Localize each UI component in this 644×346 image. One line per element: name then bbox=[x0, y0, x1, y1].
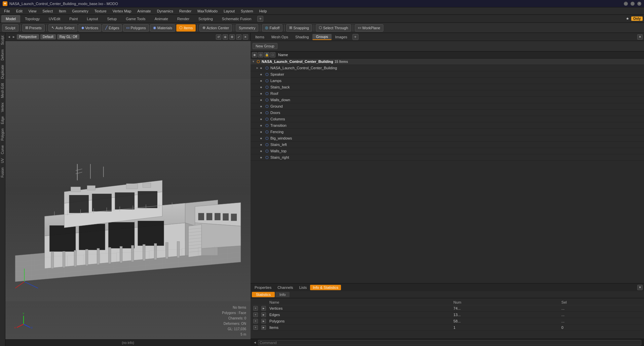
expand2-items[interactable]: ► bbox=[261, 325, 266, 330]
tree-item-13[interactable]: ● ⬡ Walls_top bbox=[251, 148, 644, 154]
expand-vertices[interactable]: + bbox=[253, 306, 258, 311]
symmetry-button[interactable]: Symmetry bbox=[236, 24, 259, 32]
presets-button[interactable]: ⊞ Presets bbox=[22, 24, 45, 32]
tab-paint[interactable]: Paint bbox=[65, 15, 82, 23]
tab-animate[interactable]: Animate bbox=[150, 15, 173, 23]
tree-group-root[interactable]: ▼ ⬡ NASA_Launch_Control_Center_Building … bbox=[251, 59, 644, 65]
tree-icon-sel[interactable]: □ bbox=[270, 52, 275, 57]
tab-game-tools[interactable]: Game Tools bbox=[121, 15, 150, 23]
menu-item-view[interactable]: View bbox=[26, 8, 39, 14]
minimize-button[interactable]: — bbox=[624, 2, 628, 6]
tree-item-9[interactable]: ● ⬡ Transition bbox=[251, 122, 644, 129]
sidebar-tab-polygon[interactable]: Polygon bbox=[0, 126, 5, 143]
tree-item-8[interactable]: ● ⬡ Columns bbox=[251, 116, 644, 122]
tree-icon-cam[interactable]: ◉ bbox=[252, 52, 257, 57]
stats-row-vertices[interactable]: + ► Vertices 74... ... bbox=[252, 305, 643, 312]
tab-layout[interactable]: Layout bbox=[82, 15, 102, 23]
close-button[interactable]: ✕ bbox=[637, 2, 641, 6]
menu-item-geometry[interactable]: Geometry bbox=[69, 8, 91, 14]
tree-item-2[interactable]: ● ⬡ Lamps bbox=[251, 78, 644, 84]
stats-row-edges[interactable]: + ► Edges 13... ... bbox=[252, 312, 643, 318]
menu-item-maxtomodo[interactable]: MaxToModo bbox=[195, 8, 220, 14]
tree-item-5[interactable]: ● ⬡ Walls_down bbox=[251, 97, 644, 103]
tab-schematic-fusion[interactable]: Schematic Fusion bbox=[218, 15, 256, 23]
auto-select-button[interactable]: ↖ Auto Select bbox=[48, 24, 77, 32]
tab-model[interactable]: Model bbox=[1, 15, 20, 23]
tree-icon-lock[interactable]: 🔒 bbox=[264, 52, 269, 57]
polygons-button[interactable]: ▭ Polygons bbox=[123, 24, 149, 32]
viewport-next-btn[interactable]: ► bbox=[12, 35, 15, 39]
tab-images[interactable]: Images bbox=[332, 34, 351, 40]
tab-groups[interactable]: Groups bbox=[312, 34, 331, 40]
tree-item-10[interactable]: ● ⬡ Fencing bbox=[251, 129, 644, 135]
menu-item-help[interactable]: Help bbox=[257, 8, 270, 14]
only-badge[interactable]: Only bbox=[631, 16, 643, 21]
viewport-reset-icon[interactable]: ↺ bbox=[216, 34, 221, 40]
add-tab-button[interactable]: + bbox=[257, 16, 263, 22]
items-button[interactable]: ⬡ Items bbox=[176, 24, 196, 32]
tab-scripting[interactable]: Scripting bbox=[194, 15, 217, 23]
sidebar-tab-vertex[interactable]: Vertex bbox=[0, 101, 5, 114]
command-input[interactable] bbox=[258, 340, 641, 345]
menu-item-texture[interactable]: Texture bbox=[92, 8, 109, 14]
work-plane-button[interactable]: ▭ WorkPlane bbox=[355, 24, 383, 32]
sidebar-tab-duplicate[interactable]: Duplicate bbox=[0, 63, 5, 81]
tab-items[interactable]: Items bbox=[252, 34, 268, 40]
3d-viewport[interactable]: Z Y X bbox=[5, 41, 251, 339]
maximize-button[interactable]: □ bbox=[631, 2, 635, 6]
window-controls[interactable]: — □ ✕ bbox=[624, 2, 641, 6]
viewport-close-icon[interactable]: ✕ bbox=[243, 34, 248, 40]
expand-edges[interactable]: + bbox=[253, 312, 258, 317]
expand-polygons[interactable]: + bbox=[253, 319, 258, 323]
menu-item-vertex map[interactable]: Vertex Map bbox=[110, 8, 134, 14]
right-panel-add-tab[interactable]: + bbox=[352, 34, 358, 40]
menu-item-system[interactable]: System bbox=[238, 8, 256, 14]
tree-item-1[interactable]: ● ⬡ Speaker bbox=[251, 71, 644, 78]
expand2-polygons[interactable]: ► bbox=[261, 319, 266, 323]
tree-item-7[interactable]: ● ⬡ Doors bbox=[251, 110, 644, 116]
tree-item-3[interactable]: ● ⬡ Stairs_back bbox=[251, 84, 644, 90]
tree-item-4[interactable]: ● ⬡ Roof bbox=[251, 90, 644, 97]
viewport-render-btn[interactable]: Ray GL: Off bbox=[57, 34, 80, 39]
new-group-button[interactable]: New Group bbox=[253, 43, 277, 49]
stats-row-items[interactable]: + ► Items 1 0 bbox=[252, 324, 643, 331]
sub-tab-statistics[interactable]: Statistics bbox=[252, 292, 275, 297]
snapping-button[interactable]: ⊞ Snapping bbox=[286, 24, 312, 32]
select-through-button[interactable]: ⬡ Select Through bbox=[316, 24, 351, 32]
materials-button[interactable]: ◉ Materials bbox=[150, 24, 176, 32]
viewport-settings-icon[interactable]: ⚙ bbox=[229, 34, 235, 40]
tree-item-0[interactable]: ► ● ⬡ NASA_Launch_Control_Center_Buildin… bbox=[251, 65, 644, 71]
menu-item-animate[interactable]: Animate bbox=[135, 8, 153, 14]
viewport-zoom-icon[interactable]: ⊕ bbox=[223, 34, 228, 40]
tab-shading[interactable]: Shading bbox=[292, 34, 312, 40]
sculpt-button[interactable]: Sculpt bbox=[2, 24, 18, 32]
right-panel-close-icon[interactable]: ✕ bbox=[637, 34, 643, 40]
expand-items[interactable]: + bbox=[253, 325, 258, 330]
sidebar-tab-fusion[interactable]: Fusion bbox=[0, 165, 5, 180]
tree-item-11[interactable]: ● ⬡ Big_windows bbox=[251, 135, 644, 142]
vertices-button[interactable]: ◆ Vertices bbox=[78, 24, 101, 32]
tree-item-6[interactable]: ● ⬡ Ground bbox=[251, 103, 644, 110]
menu-item-render[interactable]: Render bbox=[177, 8, 194, 14]
bottom-panel-close-icon[interactable]: ✕ bbox=[637, 285, 643, 290]
tab-uvedit[interactable]: UVEdit bbox=[44, 15, 65, 23]
tab-mesh-ops[interactable]: Mesh Ops bbox=[268, 34, 292, 40]
command-arrow-left[interactable]: ◄ bbox=[253, 341, 257, 344]
sidebar-tab-mesh-edit[interactable]: Mesh Edit bbox=[0, 81, 5, 100]
viewport-style-btn[interactable]: Default bbox=[40, 34, 56, 39]
tree-item-14[interactable]: ● ⬡ Stairs_right bbox=[251, 154, 644, 161]
sidebar-tab-edge[interactable]: Edge bbox=[0, 114, 5, 126]
expand2-vertices[interactable]: ► bbox=[261, 306, 266, 311]
menu-item-select[interactable]: Select bbox=[40, 8, 55, 14]
tree-icon-vis[interactable]: ◎ bbox=[258, 52, 263, 57]
tree-item-12[interactable]: ● ⬡ Stairs_left bbox=[251, 142, 644, 148]
menu-item-file[interactable]: File bbox=[1, 8, 13, 14]
tab-topology[interactable]: Topology bbox=[21, 15, 44, 23]
action-center-button[interactable]: ⊕ Action Center bbox=[199, 24, 232, 32]
stats-row-polygons[interactable]: + ► Polygons 58... ... bbox=[252, 318, 643, 324]
expand2-edges[interactable]: ► bbox=[261, 312, 266, 317]
tab-info-statistics[interactable]: Info & Statistics bbox=[310, 285, 341, 290]
sub-tab-info[interactable]: Info bbox=[275, 292, 290, 297]
menu-item-layout[interactable]: Layout bbox=[221, 8, 237, 14]
viewport-type-btn[interactable]: Perspective bbox=[17, 34, 39, 39]
